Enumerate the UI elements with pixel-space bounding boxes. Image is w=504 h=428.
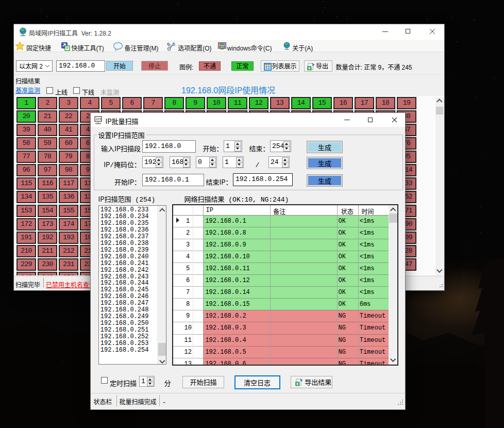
svg-text:255: 255 (96, 118, 102, 121)
